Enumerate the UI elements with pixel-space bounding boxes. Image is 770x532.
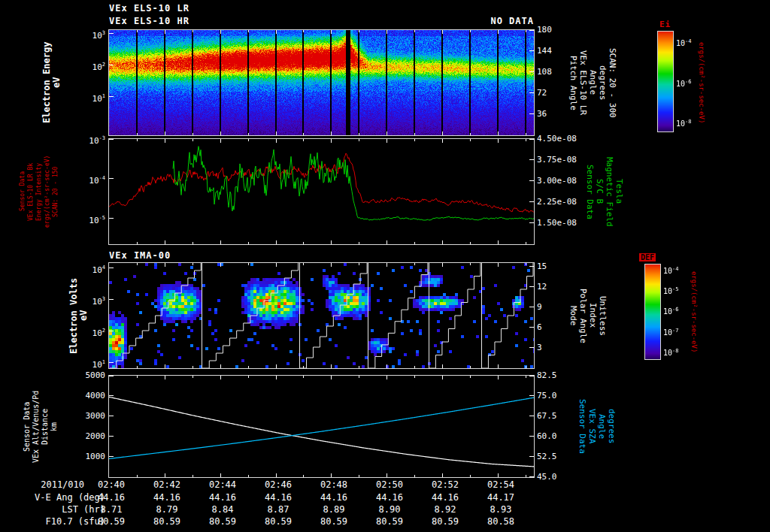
panel4-right-tick-label: 45.0 [537, 472, 557, 482]
panel3-right-tick-label: 3 [537, 343, 542, 352]
panel1-right-tick-label: 108 [537, 67, 552, 77]
footer-value: 8.79 [144, 505, 189, 515]
colorbar-ei-title: Ei [659, 20, 671, 29]
colorbar-ei-tick-label: 10-8 [676, 117, 691, 128]
panel1-y-tick-label: 101 [66, 92, 105, 104]
axis-label-line: Angle [588, 30, 598, 135]
panel4-y-tick-label: 2000 [66, 431, 105, 441]
colorbar-ei-units-label: ergs/(cm²-sr-sec-eV) [696, 30, 706, 135]
footer-value: 8.84 [200, 505, 245, 515]
panel1-title-hr: VEx ELS-10 HR [109, 16, 189, 26]
time-tick-label: 02:44 [200, 480, 245, 490]
panel1-y-tick-label: 102 [66, 60, 105, 72]
panel4-y-axis-label: Sensor Data VEx Alt/Venus/Pd Distance km [23, 376, 59, 477]
panel1-right-tick-label: 180 [537, 25, 552, 35]
panel3-y-tick-label: 104 [66, 263, 105, 275]
panel3-y-tick-label: 102 [66, 326, 105, 338]
footer-value: 44.16 [89, 493, 134, 503]
axis-label-line: Mode [568, 263, 578, 368]
panel3-right-tick-label: 6 [537, 322, 542, 332]
panel2-right-tick-label: 1.50e-08 [537, 218, 577, 228]
panel4-right-tick-label: 60.0 [537, 431, 557, 441]
axis-label-line: eV [79, 263, 89, 368]
time-tick-label: 02:50 [367, 480, 412, 490]
axis-label-line: Sensor Data [23, 376, 32, 477]
colorbar-ei-canvas [658, 32, 673, 131]
colorbar-def-tick-label: 10-7 [663, 326, 678, 337]
panel3-right-tick-label: 15 [537, 261, 547, 271]
time-tick-label: 02:52 [423, 480, 468, 490]
axis-label-line: Magnetic Field [605, 139, 614, 244]
footer-value: 44.16 [311, 493, 356, 503]
panel2-right-tick-label: 3.00e-08 [537, 176, 577, 186]
footer-value: 44.17 [478, 493, 523, 503]
footer-value: 44.16 [423, 493, 468, 503]
footer-value: 8.90 [367, 505, 412, 515]
panel2-right-tick-label: 3.75e-08 [537, 155, 577, 165]
axis-label-line: Sensor Data [18, 139, 26, 244]
footer-value: 8.87 [256, 505, 301, 515]
time-tick-label: 02:54 [478, 480, 523, 490]
panel3-y-tick-label: 103 [66, 295, 105, 307]
footer-value: 8.71 [89, 505, 134, 515]
axis-label-line: km [50, 376, 59, 477]
footer-value: 44.16 [144, 493, 189, 503]
panel4-y-tick-label: 1000 [66, 452, 105, 461]
footer-value: 44.16 [200, 493, 245, 503]
axis-label-line: Energy Intensity [35, 139, 43, 244]
axis-label-line: Polar Angle [578, 263, 588, 368]
panel3-right-tick-label: 9 [537, 302, 542, 312]
colorbar-def-units-label: ergs/(cm²-sr-sec-eV) [689, 264, 699, 359]
axis-label-line: S/C B [595, 139, 605, 244]
footer-value: 44.16 [367, 493, 412, 503]
panel1-title-lr: VEx ELS-10 LR [109, 3, 189, 14]
axis-label-line: Sensor Data [578, 376, 587, 477]
axis-label-line: Index [588, 263, 598, 368]
colorbar-def-title: DEF [639, 253, 656, 261]
no-data-label: NO DATA [451, 16, 534, 26]
footer-value: 80.59 [144, 517, 189, 527]
footer-value: 80.58 [478, 517, 523, 527]
axis-label-line: VEx ELS-10 LR Bk [26, 139, 35, 244]
colorbar-ei-tick-label: 10-6 [676, 77, 691, 89]
axis-label-line: ergs/(cm²-sr-sec-eV) [43, 139, 51, 244]
colorbar-units-text: ergs/(cm²-sr-sec-eV) [689, 264, 699, 359]
footer-value: 44.16 [256, 493, 301, 503]
panel2-y-tick-label: 10-3 [66, 134, 105, 146]
time-tick-label: 02:42 [144, 480, 189, 490]
footer-value: 8.89 [311, 505, 356, 515]
axis-label-line: VEx SZA [587, 376, 597, 477]
axis-label-line: degrees [598, 30, 608, 135]
axis-label-line: VEx ELS-10 LR [578, 30, 588, 135]
panel2-y-tick-label: 10-4 [66, 174, 105, 186]
time-tick-label: 02:48 [311, 480, 356, 490]
colorbar-ei-tick-label: 10-4 [676, 37, 691, 48]
footer-value: 80.59 [423, 517, 468, 527]
footer-value: 80.59 [367, 517, 412, 527]
time-tick-label: 02:46 [256, 480, 301, 490]
axis-label-line: VEx Alt/Venus/Pd [32, 376, 41, 477]
footer-value: 80.59 [256, 517, 301, 527]
panel4-y-tick-label: 5000 [66, 370, 105, 380]
panel3-right-tick-label: 12 [537, 282, 547, 292]
date-label: 2011/010 [30, 480, 84, 490]
axis-label-line: Sensor Data [585, 139, 595, 244]
axis-label-line: degrees [607, 376, 617, 477]
colorbar-units-text: ergs/(cm²-sr-sec-eV) [696, 30, 706, 135]
colorbar-def-tick-label: 10-5 [663, 285, 678, 296]
axis-label-line: eV [52, 30, 62, 135]
panel2-y-tick-label: 10-5 [66, 213, 105, 225]
panel2-y-axis-label: Sensor Data VEx ELS-10 LR Bk Energy Inte… [18, 139, 59, 244]
panel1-y-tick-label: 103 [66, 29, 105, 41]
axis-label-line: Unitless [598, 263, 608, 368]
vex-quicklook-screen: VEx ELS-10 LR VEx ELS-10 HR NO DATA VEx … [0, 0, 770, 532]
panel1-right-tick-label: 144 [537, 46, 552, 56]
colorbar-def-tick-label: 10-6 [663, 305, 678, 316]
axis-label-line: Distance [41, 376, 50, 477]
panel1-right-tick-label: 36 [537, 109, 547, 119]
panel1-right-tick-label: 72 [537, 88, 547, 98]
footer-value: 8.93 [478, 505, 523, 515]
panel4-right-tick-label: 75.0 [537, 391, 557, 401]
panel4-y-tick-label: 3000 [66, 411, 105, 421]
footer-value: 80.59 [89, 517, 134, 527]
